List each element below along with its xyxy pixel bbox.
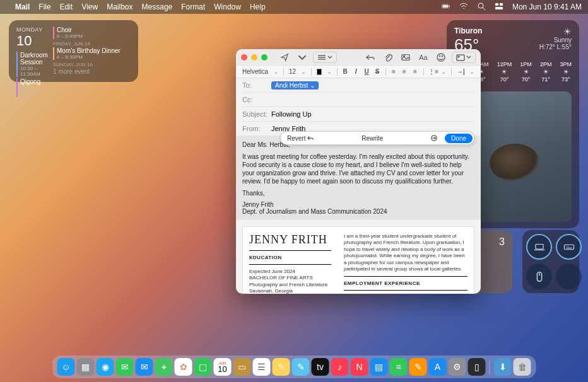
italic-button[interactable]: I: [353, 68, 359, 75]
calendar-more: 1 more event: [53, 68, 131, 75]
dock-app-calendar[interactable]: JUN10: [214, 358, 232, 376]
photo-button[interactable]: [399, 52, 413, 63]
dock-app-maps[interactable]: ⌖: [155, 358, 173, 376]
cv-name: JENNY FRITH: [249, 233, 331, 246]
svg-line-4: [483, 8, 485, 10]
calendar-event: Choir: [57, 26, 131, 33]
devices-widget[interactable]: [522, 230, 579, 293]
dock-app-settings[interactable]: ⚙: [449, 358, 466, 376]
dock-app-pages[interactable]: ✎: [409, 358, 427, 376]
device-empty-button[interactable]: [556, 263, 582, 289]
undo-icon: [307, 135, 314, 141]
cc-row[interactable]: Cc:: [242, 93, 474, 107]
svg-rect-25: [457, 55, 464, 61]
svg-rect-1: [449, 5, 450, 6]
dock-app-appstore[interactable]: A: [429, 358, 447, 376]
size-select[interactable]: 12: [289, 68, 296, 75]
device-mouse-button[interactable]: [526, 263, 552, 289]
dock-app-finder[interactable]: ☺: [57, 358, 75, 376]
menu-mailbox[interactable]: Mailbox: [107, 3, 132, 11]
control-center-icon[interactable]: [495, 2, 503, 13]
dock-app-launchpad[interactable]: ▦: [77, 358, 95, 376]
rewrite-label: Rewrite: [319, 135, 426, 142]
header-fields-button[interactable]: [313, 52, 337, 63]
dock-app-reminders[interactable]: ☰: [253, 358, 271, 376]
dock-app-contacts[interactable]: ▭: [233, 358, 251, 376]
dock-app-messages[interactable]: ✉: [116, 358, 134, 376]
weather-location: Tiburon: [454, 26, 482, 35]
menu-window[interactable]: Window: [214, 3, 241, 11]
dock-app-photos[interactable]: ✿: [175, 358, 192, 376]
mail-body[interactable]: Dear Ms. Herbst, It was great meeting fo…: [236, 136, 481, 294]
menubar-clock[interactable]: Mon Jun 10 9:41 AM: [512, 3, 582, 11]
notification-count: 3: [499, 236, 505, 248]
dock-app-safari[interactable]: ◉: [97, 358, 114, 376]
menu-view[interactable]: View: [81, 3, 98, 11]
done-button[interactable]: Done: [445, 134, 473, 143]
send-button[interactable]: [278, 52, 291, 63]
dock-app-facetime[interactable]: ▢: [194, 358, 212, 376]
to-row[interactable]: To: Andi Herbst ⌄: [242, 78, 474, 93]
bold-button[interactable]: B: [343, 68, 348, 75]
dock-app-mail[interactable]: ✉: [136, 358, 153, 376]
indent-button[interactable]: →|: [457, 68, 464, 75]
list-button[interactable]: ⋮≡: [428, 68, 436, 75]
spotlight-icon[interactable]: [477, 2, 486, 13]
recipient-pill[interactable]: Andi Herbst ⌄: [271, 81, 319, 90]
device-laptop-button[interactable]: [526, 234, 552, 260]
dock-app-tv[interactable]: tv: [312, 358, 329, 376]
font-select[interactable]: Helvetica: [242, 68, 268, 75]
calendar-daynum: 10: [16, 33, 42, 49]
dock-app-trash[interactable]: 🗑: [514, 358, 531, 376]
dock-app-iphone[interactable]: ▯: [468, 358, 486, 376]
align-left-button[interactable]: ≡: [391, 68, 396, 75]
revert-button[interactable]: Revert: [282, 134, 319, 143]
zoom-button[interactable]: [261, 54, 268, 61]
calendar-event: Qigong: [20, 78, 42, 85]
reply-button[interactable]: [363, 52, 377, 63]
align-center-button[interactable]: ≡: [401, 68, 407, 75]
options-button[interactable]: [426, 134, 442, 142]
menu-message[interactable]: Message: [142, 3, 173, 11]
underline-button[interactable]: U: [364, 68, 370, 75]
menubar: Mail File Edit View Mailbox Message Form…: [0, 0, 588, 14]
calendar-widget[interactable]: MONDAY 10 Darkroom Session 10:30 – 11:30…: [9, 20, 138, 82]
send-menu[interactable]: [295, 52, 309, 63]
attach-button[interactable]: [381, 52, 395, 63]
dock-app-notes[interactable]: ✎: [273, 358, 290, 376]
mail-compose-window: Aa Helvetica ⌄ 12 ⌄ ⌄ B I U S ≡ ≡ ≡ ⋮≡ ⌄…: [236, 49, 481, 294]
emoji-button[interactable]: [434, 52, 448, 63]
align-right-button[interactable]: ≡: [412, 68, 418, 75]
dock-app-freeform[interactable]: ✎: [292, 358, 310, 376]
weather-hour: 12PM☀70°: [497, 61, 512, 83]
weather-hour: 2PM☀71°: [540, 61, 552, 83]
subject-row[interactable]: Subject: Following Up: [242, 107, 474, 122]
svg-rect-2: [443, 5, 448, 8]
body-signature: Thanks,: [242, 189, 474, 197]
format-bar: Helvetica ⌄ 12 ⌄ ⌄ B I U S ≡ ≡ ≡ ⋮≡ ⌄ →|…: [236, 66, 481, 78]
format-button[interactable]: Aa: [416, 52, 430, 63]
menu-help[interactable]: Help: [250, 3, 266, 11]
menu-format[interactable]: Format: [181, 3, 205, 11]
battery-icon[interactable]: [442, 2, 450, 13]
wifi-icon[interactable]: [459, 2, 468, 13]
menu-file[interactable]: File: [38, 3, 50, 11]
dock-app-music[interactable]: ♪: [331, 358, 349, 376]
dock-app-keynote[interactable]: ▤: [370, 358, 388, 376]
svg-point-26: [458, 56, 459, 57]
minimize-button[interactable]: [251, 54, 257, 61]
dock-app-news[interactable]: N: [351, 358, 368, 376]
menu-edit[interactable]: Edit: [60, 3, 73, 11]
window-titlebar[interactable]: Aa: [236, 49, 481, 66]
options-icon: [431, 135, 437, 141]
subject-field[interactable]: Following Up: [271, 110, 474, 118]
close-button[interactable]: [241, 54, 247, 61]
device-keyboard-button[interactable]: [556, 234, 582, 260]
svg-rect-6: [500, 3, 503, 6]
strike-button[interactable]: S: [375, 68, 380, 75]
text-color-button[interactable]: [317, 69, 322, 75]
app-name[interactable]: Mail: [15, 3, 30, 11]
media-button[interactable]: [452, 52, 476, 63]
dock-app-downloads[interactable]: ⬇: [494, 358, 512, 376]
dock-app-numbers[interactable]: ≡: [390, 358, 408, 376]
